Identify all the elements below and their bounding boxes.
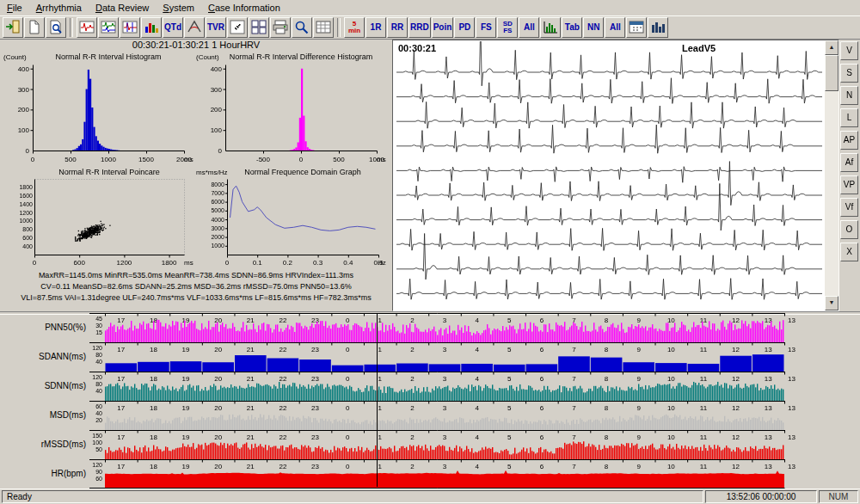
histogram-button[interactable]: [141, 17, 162, 38]
menu-system[interactable]: System: [156, 1, 201, 15]
templates-button[interactable]: [249, 17, 269, 38]
trend-chart-sdnnms[interactable]: [89, 372, 808, 401]
trend-row-hrbpm: HR(bpm): [0, 459, 860, 489]
fs-button[interactable]: FS: [476, 17, 496, 38]
tab-button-label: Tab: [565, 23, 580, 32]
tvr-button-label: TVR: [207, 23, 224, 32]
scrollbar-track[interactable]: [825, 55, 838, 296]
beat-class-button-column: VSNLAPAfVPVfOX: [840, 41, 858, 261]
exit-icon: [5, 20, 21, 36]
color-bars-icon: [144, 20, 159, 36]
sd-fs-button[interactable]: SD FS: [497, 17, 518, 38]
ecg-caliper-icon: [122, 20, 138, 36]
scatter-icon: [230, 20, 245, 36]
trend-row-label: MSD(ms): [0, 401, 86, 430]
scroll-up-icon[interactable]: ▲: [825, 40, 838, 55]
new-document-button[interactable]: [24, 17, 45, 38]
trend-row-label: HR(bpm): [0, 459, 86, 489]
trend-chart-rmssdms[interactable]: [89, 430, 808, 459]
all-button[interactable]: All: [605, 17, 625, 38]
poin-button-label: Poin: [433, 23, 452, 32]
tvr-button[interactable]: TVR: [206, 17, 226, 38]
trend-row-pnn50: PNN50(%): [0, 313, 860, 342]
one-r-button-label: 1R: [371, 23, 382, 32]
one-r-button[interactable]: 1R: [366, 17, 386, 38]
beat-class-af-button[interactable]: Af: [840, 153, 858, 172]
tiles-icon: [251, 20, 267, 36]
caliper-button[interactable]: [184, 17, 205, 38]
trend-row-label: SDANN(ms): [0, 342, 86, 372]
status-num-lock: NUM: [819, 490, 858, 503]
grid-icon: [316, 20, 331, 36]
grid-button[interactable]: [313, 17, 334, 38]
rr-button-label: RR: [391, 23, 403, 32]
holter-analysis-window: FileArrhythmiaData ReviewSystemCase Info…: [0, 0, 860, 504]
poin-button[interactable]: Poin: [432, 17, 454, 38]
trend-row-rmssdms: rMSSD(ms): [0, 430, 860, 459]
trend-chart-pnn50[interactable]: [89, 313, 808, 342]
menu-file[interactable]: File: [0, 1, 29, 15]
nn-button[interactable]: NN: [583, 17, 604, 38]
wave-review-button[interactable]: [98, 17, 119, 38]
ecg-waveform-area[interactable]: [394, 41, 826, 311]
tab-button[interactable]: Tab: [562, 17, 582, 38]
menu-arrhythmia[interactable]: Arrhythmia: [29, 1, 89, 15]
rrd-button[interactable]: RRD: [408, 17, 431, 38]
qtd-button[interactable]: QTd: [163, 17, 183, 38]
all-hist-button[interactable]: All: [519, 17, 539, 38]
ecg-panel: 00:30:21 LeadV5 ▲ ▼: [392, 40, 839, 311]
all-hist-button-label: All: [524, 23, 535, 32]
trend-row-sdnnms: SDNN(ms): [0, 372, 860, 401]
trend-panel: PNN50(%)SDANN(ms)SDNN(ms)MSD(ms)rMSSD(ms…: [0, 313, 860, 489]
beat-class-l-button[interactable]: L: [840, 108, 858, 127]
menu-data-review[interactable]: Data Review: [89, 1, 156, 15]
scatter-button[interactable]: [227, 17, 248, 38]
beat-class-o-button[interactable]: O: [840, 220, 858, 239]
trend-chart-sdannms[interactable]: [89, 342, 808, 372]
beat-class-ap-button[interactable]: AP: [840, 131, 858, 150]
rr-button[interactable]: RR: [387, 17, 408, 38]
trend-chart-hrbpm[interactable]: [89, 459, 808, 489]
nn-button-label: NN: [587, 23, 599, 32]
toolbar-separator: [337, 18, 341, 37]
scrollbar-thumb[interactable]: [825, 55, 838, 91]
ecg-vertical-scrollbar[interactable]: ▲ ▼: [825, 40, 838, 310]
trend-graph-button[interactable]: [648, 17, 668, 38]
nn-hist-button[interactable]: [540, 17, 561, 38]
beat-class-v-button[interactable]: V: [840, 41, 858, 60]
measure-button[interactable]: [120, 17, 140, 38]
print-button[interactable]: [270, 17, 291, 38]
calendar-icon: [629, 20, 644, 36]
five-min-button[interactable]: 5 min: [344, 17, 365, 38]
dark-bars-icon: [650, 20, 666, 36]
beat-class-s-button[interactable]: S: [840, 64, 858, 83]
magnifier-doc-icon: [48, 20, 64, 36]
beat-class-vf-button[interactable]: Vf: [840, 198, 858, 217]
magnifier-icon: [294, 20, 310, 36]
ecg-frame-icon: [79, 20, 95, 36]
ecg-timestamp: 00:30:21: [398, 43, 436, 53]
beat-class-x-button[interactable]: X: [840, 243, 858, 261]
rrd-button-label: RRD: [410, 23, 429, 32]
trend-row-msdms: MSD(ms): [0, 401, 860, 430]
frequency-domain-chart: [196, 167, 387, 268]
time-table-button[interactable]: [626, 17, 647, 38]
ecg-review-button[interactable]: [77, 17, 97, 38]
status-bar: Ready 13:52:06 00:00:00 NUM: [0, 489, 860, 504]
trend-chart-msdms[interactable]: [89, 401, 808, 430]
pd-button[interactable]: PD: [454, 17, 475, 38]
trend-row-label: rMSSD(ms): [0, 430, 86, 459]
scroll-down-icon[interactable]: ▼: [825, 296, 838, 310]
trend-cursor-line[interactable]: [377, 313, 378, 487]
rr-difference-histogram-chart: [196, 52, 387, 165]
hrv-stats-line1: MaxRR=1145.0ms MinRR=535.0ms MeanRR=738.…: [2, 270, 390, 281]
menu-case-information[interactable]: Case Information: [201, 1, 287, 15]
preview-button[interactable]: [46, 17, 66, 38]
zoom-button[interactable]: [292, 17, 312, 38]
sd-fs-button-label: SD FS: [503, 21, 513, 34]
all-button-label: All: [610, 23, 621, 32]
beat-class-n-button[interactable]: N: [840, 86, 858, 105]
status-message: Ready: [2, 490, 703, 503]
beat-class-vp-button[interactable]: VP: [840, 175, 858, 194]
exit-button[interactable]: [3, 17, 23, 38]
